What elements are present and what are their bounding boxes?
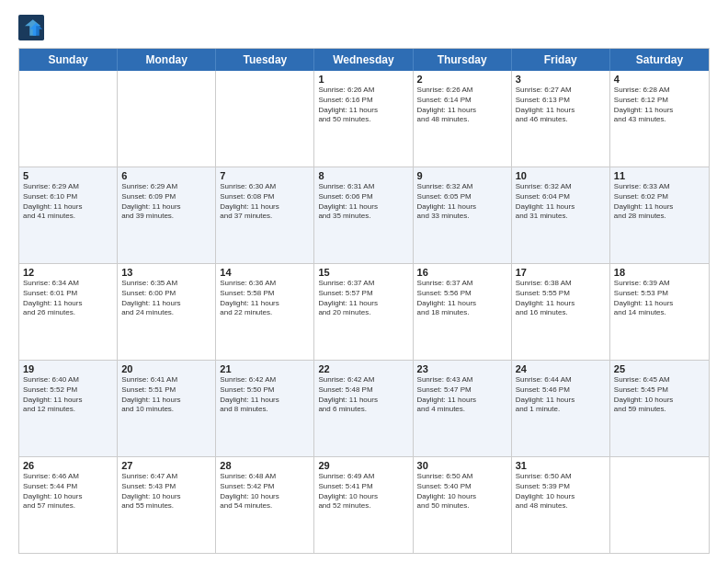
calendar-empty-cell — [118, 71, 216, 167]
day-number: 27 — [121, 460, 211, 471]
day-info: Sunrise: 6:50 AM Sunset: 5:39 PM Dayligh… — [516, 472, 606, 511]
calendar-empty-cell — [216, 71, 314, 167]
calendar-row: 12Sunrise: 6:34 AM Sunset: 6:01 PM Dayli… — [19, 264, 709, 361]
day-info: Sunrise: 6:43 AM Sunset: 5:47 PM Dayligh… — [417, 375, 507, 415]
page: SundayMondayTuesdayWednesdayThursdayFrid… — [0, 0, 728, 563]
calendar-day-cell: 4Sunrise: 6:28 AM Sunset: 6:12 PM Daylig… — [610, 71, 709, 167]
day-number: 24 — [516, 363, 606, 374]
calendar-day-cell: 12Sunrise: 6:34 AM Sunset: 6:01 PM Dayli… — [19, 264, 118, 360]
calendar-day-cell: 30Sunrise: 6:50 AM Sunset: 5:40 PM Dayli… — [414, 457, 512, 553]
day-info: Sunrise: 6:41 AM Sunset: 5:51 PM Dayligh… — [121, 375, 211, 415]
calendar-body: 1Sunrise: 6:26 AM Sunset: 6:16 PM Daylig… — [19, 71, 709, 553]
calendar-day-cell: 1Sunrise: 6:26 AM Sunset: 6:16 PM Daylig… — [314, 71, 413, 167]
calendar-day-cell: 14Sunrise: 6:36 AM Sunset: 5:58 PM Dayli… — [216, 264, 314, 360]
calendar-day-cell: 13Sunrise: 6:35 AM Sunset: 6:00 PM Dayli… — [118, 264, 216, 360]
day-number: 8 — [318, 170, 408, 181]
calendar-day-cell: 19Sunrise: 6:40 AM Sunset: 5:52 PM Dayli… — [19, 361, 118, 456]
day-info: Sunrise: 6:42 AM Sunset: 5:50 PM Dayligh… — [220, 375, 310, 415]
calendar-day-cell: 23Sunrise: 6:43 AM Sunset: 5:47 PM Dayli… — [414, 361, 512, 456]
calendar-day-cell: 9Sunrise: 6:32 AM Sunset: 6:05 PM Daylig… — [414, 167, 512, 263]
day-info: Sunrise: 6:44 AM Sunset: 5:46 PM Dayligh… — [516, 375, 606, 415]
day-info: Sunrise: 6:37 AM Sunset: 5:56 PM Dayligh… — [417, 279, 507, 318]
day-number: 22 — [318, 363, 408, 374]
calendar-row: 1Sunrise: 6:26 AM Sunset: 6:16 PM Daylig… — [19, 71, 709, 167]
calendar-empty-cell — [610, 457, 709, 553]
calendar-day-cell: 26Sunrise: 6:46 AM Sunset: 5:44 PM Dayli… — [19, 457, 118, 553]
calendar-day-cell: 16Sunrise: 6:37 AM Sunset: 5:56 PM Dayli… — [414, 264, 512, 360]
calendar-row: 26Sunrise: 6:46 AM Sunset: 5:44 PM Dayli… — [19, 457, 709, 553]
day-number: 26 — [23, 460, 113, 471]
weekday-header: Monday — [118, 49, 216, 71]
day-info: Sunrise: 6:35 AM Sunset: 6:00 PM Dayligh… — [121, 279, 211, 318]
day-number: 17 — [516, 267, 606, 278]
day-info: Sunrise: 6:38 AM Sunset: 5:55 PM Dayligh… — [516, 279, 606, 318]
calendar-empty-cell — [19, 71, 118, 167]
day-number: 20 — [121, 363, 211, 374]
weekday-header: Friday — [512, 49, 610, 71]
day-number: 23 — [417, 363, 507, 374]
day-number: 16 — [417, 267, 507, 278]
weekday-header: Tuesday — [216, 49, 314, 71]
calendar-day-cell: 17Sunrise: 6:38 AM Sunset: 5:55 PM Dayli… — [512, 264, 610, 360]
day-number: 28 — [220, 460, 310, 471]
day-info: Sunrise: 6:29 AM Sunset: 6:09 PM Dayligh… — [121, 182, 211, 222]
day-number: 13 — [121, 267, 211, 278]
weekday-header: Sunday — [19, 49, 118, 71]
calendar-day-cell: 20Sunrise: 6:41 AM Sunset: 5:51 PM Dayli… — [118, 361, 216, 456]
day-info: Sunrise: 6:39 AM Sunset: 5:53 PM Dayligh… — [614, 279, 705, 318]
calendar-day-cell: 3Sunrise: 6:27 AM Sunset: 6:13 PM Daylig… — [512, 71, 610, 167]
calendar-day-cell: 21Sunrise: 6:42 AM Sunset: 5:50 PM Dayli… — [216, 361, 314, 456]
day-info: Sunrise: 6:27 AM Sunset: 6:13 PM Dayligh… — [516, 86, 606, 125]
calendar-day-cell: 28Sunrise: 6:48 AM Sunset: 5:42 PM Dayli… — [216, 457, 314, 553]
day-info: Sunrise: 6:31 AM Sunset: 6:06 PM Dayligh… — [318, 182, 408, 222]
day-number: 10 — [516, 170, 606, 181]
day-info: Sunrise: 6:28 AM Sunset: 6:12 PM Dayligh… — [614, 86, 705, 125]
day-info: Sunrise: 6:26 AM Sunset: 6:14 PM Dayligh… — [417, 86, 507, 125]
day-info: Sunrise: 6:29 AM Sunset: 6:10 PM Dayligh… — [23, 182, 113, 222]
day-info: Sunrise: 6:49 AM Sunset: 5:41 PM Dayligh… — [318, 472, 408, 511]
weekday-header: Saturday — [610, 49, 709, 71]
calendar-day-cell: 10Sunrise: 6:32 AM Sunset: 6:04 PM Dayli… — [512, 167, 610, 263]
weekday-header: Wednesday — [314, 49, 413, 71]
calendar: SundayMondayTuesdayWednesdayThursdayFrid… — [18, 48, 710, 554]
day-number: 21 — [220, 363, 310, 374]
day-number: 9 — [417, 170, 507, 181]
calendar-day-cell: 24Sunrise: 6:44 AM Sunset: 5:46 PM Dayli… — [512, 361, 610, 456]
calendar-day-cell: 7Sunrise: 6:30 AM Sunset: 6:08 PM Daylig… — [216, 167, 314, 263]
calendar-day-cell: 5Sunrise: 6:29 AM Sunset: 6:10 PM Daylig… — [19, 167, 118, 263]
calendar-row: 5Sunrise: 6:29 AM Sunset: 6:10 PM Daylig… — [19, 167, 709, 264]
calendar-header: SundayMondayTuesdayWednesdayThursdayFrid… — [19, 49, 709, 71]
day-number: 5 — [23, 170, 113, 181]
day-info: Sunrise: 6:40 AM Sunset: 5:52 PM Dayligh… — [23, 375, 113, 415]
day-info: Sunrise: 6:34 AM Sunset: 6:01 PM Dayligh… — [23, 279, 113, 318]
day-info: Sunrise: 6:45 AM Sunset: 5:45 PM Dayligh… — [614, 375, 705, 415]
day-number: 7 — [220, 170, 310, 181]
day-number: 29 — [318, 460, 408, 471]
day-number: 11 — [614, 170, 705, 181]
day-number: 6 — [121, 170, 211, 181]
day-info: Sunrise: 6:32 AM Sunset: 6:04 PM Dayligh… — [516, 182, 606, 222]
day-info: Sunrise: 6:26 AM Sunset: 6:16 PM Dayligh… — [318, 86, 408, 125]
day-info: Sunrise: 6:33 AM Sunset: 6:02 PM Dayligh… — [614, 182, 705, 222]
day-info: Sunrise: 6:30 AM Sunset: 6:08 PM Dayligh… — [220, 182, 310, 222]
day-number: 3 — [516, 74, 606, 85]
day-number: 19 — [23, 363, 113, 374]
calendar-day-cell: 2Sunrise: 6:26 AM Sunset: 6:14 PM Daylig… — [414, 71, 512, 167]
day-info: Sunrise: 6:37 AM Sunset: 5:57 PM Dayligh… — [318, 279, 408, 318]
day-info: Sunrise: 6:46 AM Sunset: 5:44 PM Dayligh… — [23, 472, 113, 511]
day-info: Sunrise: 6:32 AM Sunset: 6:05 PM Dayligh… — [417, 182, 507, 222]
calendar-day-cell: 6Sunrise: 6:29 AM Sunset: 6:09 PM Daylig… — [118, 167, 216, 263]
day-number: 4 — [614, 74, 705, 85]
calendar-day-cell: 22Sunrise: 6:42 AM Sunset: 5:48 PM Dayli… — [314, 361, 413, 456]
calendar-day-cell: 11Sunrise: 6:33 AM Sunset: 6:02 PM Dayli… — [610, 167, 709, 263]
day-info: Sunrise: 6:47 AM Sunset: 5:43 PM Dayligh… — [121, 472, 211, 511]
day-number: 30 — [417, 460, 507, 471]
day-number: 1 — [318, 74, 408, 85]
day-info: Sunrise: 6:42 AM Sunset: 5:48 PM Dayligh… — [318, 375, 408, 415]
day-number: 18 — [614, 267, 705, 278]
day-number: 15 — [318, 267, 408, 278]
calendar-day-cell: 25Sunrise: 6:45 AM Sunset: 5:45 PM Dayli… — [610, 361, 709, 456]
calendar-row: 19Sunrise: 6:40 AM Sunset: 5:52 PM Dayli… — [19, 361, 709, 457]
day-info: Sunrise: 6:48 AM Sunset: 5:42 PM Dayligh… — [220, 472, 310, 511]
calendar-day-cell: 31Sunrise: 6:50 AM Sunset: 5:39 PM Dayli… — [512, 457, 610, 553]
